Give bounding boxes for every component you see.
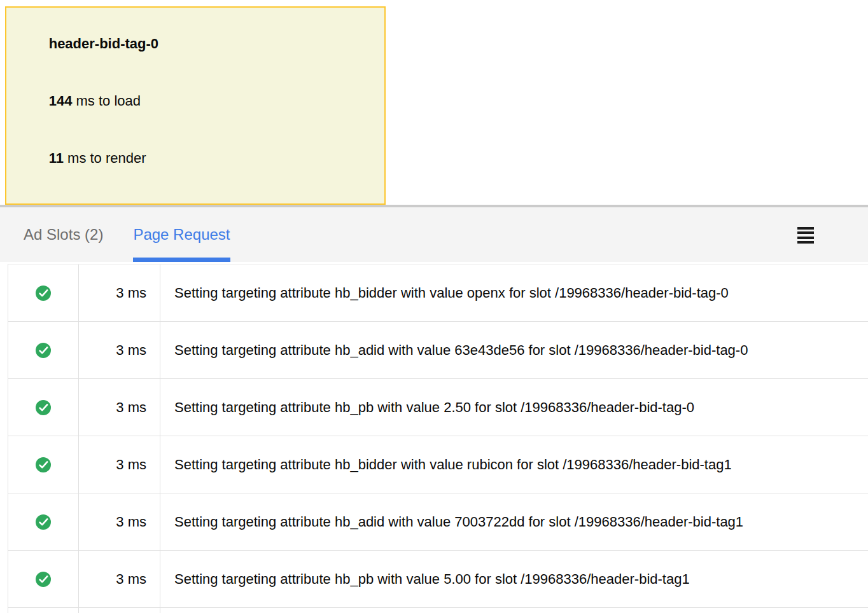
log-row-status-cell: [8, 322, 79, 378]
slot-info-overlay: header-bid-tag-0 144 ms to load 11 ms to…: [5, 6, 386, 205]
log-row-message: [160, 608, 868, 613]
check-circle-icon: [36, 514, 51, 530]
console-tab-bar: Ad Slots (2) Page Request: [0, 207, 868, 262]
tab-ad-slots[interactable]: Ad Slots (2): [24, 207, 103, 262]
list-line: [797, 227, 814, 230]
log-row: 3 ms Setting targeting attribute hb_pb w…: [8, 551, 868, 608]
log-row: 3 ms Setting targeting attribute hb_adid…: [8, 493, 868, 551]
log-row: 3 ms Setting targeting attribute hb_pb w…: [8, 379, 868, 436]
check-circle-icon: [36, 400, 51, 415]
log-row-time: 3 ms: [79, 436, 160, 493]
list-line: [797, 241, 814, 244]
load-time-label: ms to load: [72, 93, 141, 109]
log-row: [8, 608, 868, 613]
list-line: [797, 231, 814, 234]
list-line: [797, 237, 814, 239]
render-time-label: ms to render: [64, 150, 146, 166]
render-time-line: 11 ms to render: [25, 130, 365, 187]
log-row-time: 3 ms: [79, 322, 160, 378]
log-row-message: Setting targeting attribute hb_adid with…: [160, 493, 868, 550]
log-row: 3 ms Setting targeting attribute hb_bidd…: [8, 436, 868, 493]
log-row-time: [79, 608, 160, 613]
render-time-value: 11: [49, 150, 64, 166]
log-row-status-cell: [8, 608, 79, 613]
tab-page-request-label: Page Request: [133, 226, 230, 244]
publisher-console: header-bid-tag-0 144 ms to load 11 ms to…: [0, 0, 868, 613]
log-body: 3 ms Setting targeting attribute hb_bidd…: [8, 265, 868, 613]
check-circle-icon: [36, 572, 51, 587]
log-row-status-cell: [8, 265, 79, 321]
log-row: 3 ms Setting targeting attribute hb_bidd…: [8, 265, 868, 322]
slot-name-text: header-bid-tag-0: [49, 36, 158, 52]
check-circle-icon: [36, 457, 51, 472]
list-lines-icon[interactable]: [797, 227, 814, 244]
log-row-message: Setting targeting attribute hb_adid with…: [160, 322, 868, 378]
log-row-message: Setting targeting attribute hb_bidder wi…: [160, 265, 868, 321]
check-circle-icon: [36, 286, 51, 301]
log-row-time: 3 ms: [79, 379, 160, 436]
load-time-line: 144 ms to load: [25, 72, 365, 130]
log-row-status-cell: [8, 436, 79, 493]
load-time-value: 144: [49, 93, 73, 109]
log-row-message: Setting targeting attribute hb_pb with v…: [160, 551, 868, 607]
log-row-status-cell: [8, 551, 79, 607]
tab-ad-slots-label: Ad Slots (2): [24, 226, 103, 244]
log-row-time: 3 ms: [79, 493, 160, 550]
check-circle-icon: [36, 343, 51, 358]
tab-page-request[interactable]: Page Request: [133, 207, 230, 262]
log-row-message: Setting targeting attribute hb_pb with v…: [160, 379, 868, 436]
log-row: 3 ms Setting targeting attribute hb_adid…: [8, 322, 868, 379]
log-row-time: 3 ms: [79, 265, 160, 321]
log-row-message: Setting targeting attribute hb_bidder wi…: [160, 436, 868, 493]
page-request-log-table: 3 ms Setting targeting attribute hb_bidd…: [8, 264, 868, 613]
slot-name: header-bid-tag-0: [25, 15, 365, 72]
log-row-status-cell: [8, 379, 79, 436]
log-row-status-cell: [8, 493, 79, 550]
log-row-time: 3 ms: [79, 551, 160, 607]
